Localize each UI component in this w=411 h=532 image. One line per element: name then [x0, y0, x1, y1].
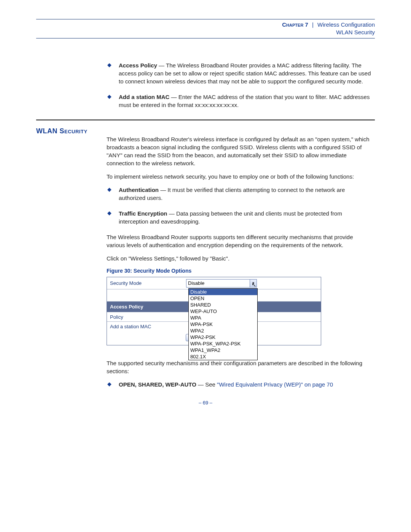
implement-paragraph: To implement wireless network security, … — [107, 173, 373, 181]
header-separator: | — [310, 21, 316, 28]
top-bullet-list: Access Policy — The Wireless Broadband R… — [107, 61, 373, 109]
click-on-paragraph: Click on "Wireless Settings," followed b… — [107, 254, 373, 262]
bullet-term: Traffic Encryption — [119, 210, 167, 217]
add-mac-label: Add a station MAC — [110, 324, 186, 329]
dropdown-option[interactable]: WPA2 — [189, 328, 257, 334]
security-mode-select[interactable]: Disable ▾ — [186, 279, 257, 288]
bullet-access-policy: Access Policy — The Wireless Broadband R… — [107, 61, 373, 85]
header-section: Wireless Configuration — [317, 21, 375, 28]
intro-paragraph: The Wireless Broadband Router's wireless… — [107, 135, 373, 167]
wep-page-link[interactable]: "Wired Equivalent Privacy (WEP)" on page… — [217, 381, 333, 388]
chevron-down-icon[interactable]: ▾ — [250, 280, 256, 287]
dropdown-option[interactable]: 802.1X — [189, 353, 257, 360]
figure-caption: Figure 30: Security Mode Options — [107, 268, 373, 274]
page-header: Chapter 7 | Wireless Configuration WLAN … — [36, 21, 375, 38]
bullet-authentication: Authentication — It must be verified tha… — [107, 186, 373, 202]
section-heading: WLAN Security — [36, 127, 375, 135]
access-policy-header: Access Policy — [110, 304, 186, 310]
bullet-open-shared-wep: OPEN, SHARED, WEP-AUTO — See "Wired Equi… — [107, 380, 373, 388]
security-mode-dropdown[interactable]: Disable OPEN SHARED WEP-AUTO WPA WPA-PSK… — [188, 288, 258, 360]
header-subsection: WLAN Security — [336, 29, 375, 35]
dropdown-option[interactable]: Disable — [189, 289, 257, 295]
dropdown-option[interactable]: WEP-AUTO — [189, 308, 257, 315]
dropdown-option[interactable]: SHARED — [189, 302, 257, 308]
policy-label: Policy — [110, 314, 186, 320]
dropdown-option[interactable]: WPA1_WPA2 — [189, 347, 257, 353]
supports-paragraph: The Wireless Broadband Router supports s… — [107, 233, 373, 249]
supported-mech-paragraph: The supported security mechanisms and th… — [107, 359, 373, 375]
security-mode-value: Disable — [188, 280, 204, 286]
dropdown-option[interactable]: WPA-PSK — [189, 321, 257, 328]
bullet-traffic-encryption: Traffic Encryption — Data passing betwee… — [107, 209, 373, 225]
dropdown-option[interactable]: OPEN — [189, 295, 257, 302]
bullet-term: Add a station MAC — [119, 94, 169, 100]
bullet-term: OPEN, SHARED, WEP-AUTO — [119, 381, 196, 388]
dropdown-option[interactable]: WPA — [189, 315, 257, 321]
bullet-term: Authentication — [119, 187, 159, 193]
section-divider — [36, 120, 375, 120]
chapter-label: Chapter 7 — [282, 21, 308, 28]
dropdown-option[interactable]: WPA-PSK_WPA2-PSK — [189, 340, 257, 347]
bullet-term: Access Policy — [119, 62, 157, 69]
page-number: – 69 – — [36, 400, 375, 406]
link-bullet-list: OPEN, SHARED, WEP-AUTO — See "Wired Equi… — [107, 380, 373, 388]
bullet-add-station-mac: Add a station MAC — Enter the MAC addres… — [107, 93, 373, 109]
functions-bullet-list: Authentication — It must be verified tha… — [107, 186, 373, 225]
security-mode-label: Security Mode — [110, 280, 186, 286]
security-mode-screenshot: Security Mode Disable ▾ ↖ Access Policy … — [107, 277, 321, 345]
dropdown-option[interactable]: WPA2-PSK — [189, 334, 257, 340]
